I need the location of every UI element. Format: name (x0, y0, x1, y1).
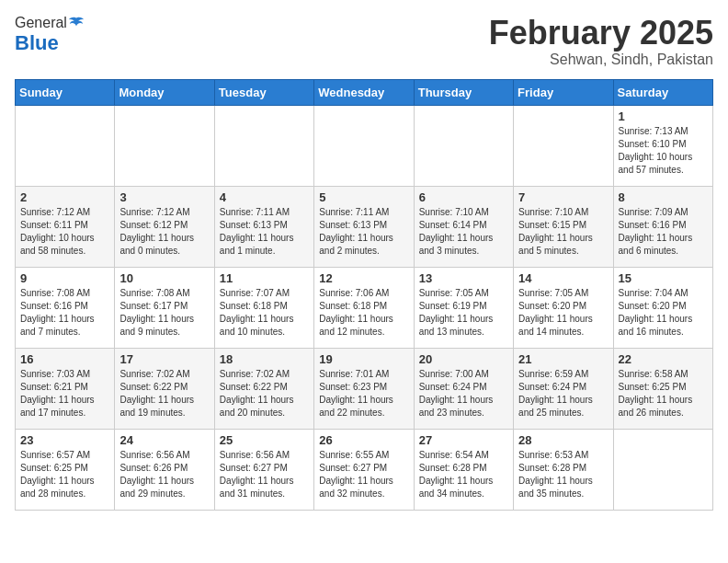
calendar-cell: 17Sunrise: 7:02 AM Sunset: 6:22 PM Dayli… (115, 348, 214, 429)
day-info: Sunrise: 7:10 AM Sunset: 6:14 PM Dayligh… (419, 206, 508, 258)
calendar-row-0: 1Sunrise: 7:13 AM Sunset: 6:10 PM Daylig… (16, 105, 713, 186)
day-info: Sunrise: 7:13 AM Sunset: 6:10 PM Dayligh… (619, 125, 708, 177)
day-info: Sunrise: 7:10 AM Sunset: 6:15 PM Dayligh… (518, 206, 608, 258)
calendar-cell: 16Sunrise: 7:03 AM Sunset: 6:21 PM Dayli… (16, 348, 115, 429)
day-number: 19 (319, 352, 408, 366)
day-number: 17 (119, 352, 209, 366)
weekday-header-friday: Friday (514, 79, 613, 105)
day-info: Sunrise: 6:57 AM Sunset: 6:25 PM Dayligh… (20, 449, 109, 500)
title-block: February 2025 Sehwan, Sindh, Pakistan (489, 15, 713, 68)
calendar-cell: 21Sunrise: 6:59 AM Sunset: 6:24 PM Dayli… (514, 348, 613, 429)
calendar-cell: 7Sunrise: 7:10 AM Sunset: 6:15 PM Daylig… (514, 186, 613, 267)
logo: General Blue (15, 15, 85, 55)
calendar-cell: 25Sunrise: 6:56 AM Sunset: 6:27 PM Dayli… (214, 429, 313, 510)
day-number: 12 (319, 271, 408, 285)
day-info: Sunrise: 6:53 AM Sunset: 6:28 PM Dayligh… (518, 449, 608, 500)
calendar-cell (16, 105, 115, 186)
day-info: Sunrise: 7:03 AM Sunset: 6:21 PM Dayligh… (20, 368, 109, 419)
day-number: 4 (220, 190, 309, 204)
calendar-cell: 27Sunrise: 6:54 AM Sunset: 6:28 PM Dayli… (414, 429, 513, 510)
calendar-cell (514, 105, 613, 186)
month-title: February 2025 (489, 15, 713, 52)
day-number: 10 (119, 271, 209, 285)
calendar-cell: 8Sunrise: 7:09 AM Sunset: 6:16 PM Daylig… (613, 186, 712, 267)
calendar-cell: 6Sunrise: 7:10 AM Sunset: 6:14 PM Daylig… (414, 186, 513, 267)
day-info: Sunrise: 7:11 AM Sunset: 6:13 PM Dayligh… (220, 206, 309, 258)
day-info: Sunrise: 7:02 AM Sunset: 6:22 PM Dayligh… (119, 368, 209, 419)
calendar-cell (414, 105, 513, 186)
calendar-row-3: 16Sunrise: 7:03 AM Sunset: 6:21 PM Dayli… (16, 348, 713, 429)
day-number: 15 (619, 271, 708, 285)
logo-general-text: General (15, 15, 67, 31)
day-info: Sunrise: 6:55 AM Sunset: 6:27 PM Dayligh… (319, 449, 408, 500)
day-info: Sunrise: 7:09 AM Sunset: 6:16 PM Dayligh… (619, 206, 708, 258)
day-info: Sunrise: 7:11 AM Sunset: 6:13 PM Dayligh… (319, 206, 408, 258)
day-info: Sunrise: 6:56 AM Sunset: 6:27 PM Dayligh… (220, 449, 309, 500)
calendar-cell: 28Sunrise: 6:53 AM Sunset: 6:28 PM Dayli… (514, 429, 613, 510)
calendar-row-4: 23Sunrise: 6:57 AM Sunset: 6:25 PM Dayli… (16, 429, 713, 510)
calendar-cell (214, 105, 313, 186)
calendar-cell (314, 105, 414, 186)
day-number: 27 (419, 433, 508, 447)
calendar-table: SundayMondayTuesdayWednesdayThursdayFrid… (15, 79, 713, 511)
weekday-header-wednesday: Wednesday (314, 79, 414, 105)
calendar-cell (115, 105, 214, 186)
calendar-cell: 10Sunrise: 7:08 AM Sunset: 6:17 PM Dayli… (115, 267, 214, 348)
day-number: 6 (419, 190, 508, 204)
day-info: Sunrise: 6:56 AM Sunset: 6:26 PM Dayligh… (119, 449, 209, 500)
day-info: Sunrise: 6:59 AM Sunset: 6:24 PM Dayligh… (518, 368, 608, 419)
calendar-cell: 12Sunrise: 7:06 AM Sunset: 6:18 PM Dayli… (314, 267, 414, 348)
calendar-cell (613, 429, 712, 510)
calendar-cell: 26Sunrise: 6:55 AM Sunset: 6:27 PM Dayli… (314, 429, 414, 510)
day-info: Sunrise: 6:54 AM Sunset: 6:28 PM Dayligh… (419, 449, 508, 500)
day-number: 2 (20, 190, 109, 204)
day-info: Sunrise: 7:12 AM Sunset: 6:11 PM Dayligh… (20, 206, 109, 258)
day-number: 16 (20, 352, 109, 366)
day-info: Sunrise: 7:07 AM Sunset: 6:18 PM Dayligh… (220, 287, 309, 339)
day-info: Sunrise: 7:04 AM Sunset: 6:20 PM Dayligh… (619, 287, 708, 339)
calendar-row-1: 2Sunrise: 7:12 AM Sunset: 6:11 PM Daylig… (16, 186, 713, 267)
day-info: Sunrise: 7:00 AM Sunset: 6:24 PM Dayligh… (419, 368, 508, 419)
day-number: 18 (220, 352, 309, 366)
day-number: 14 (518, 271, 608, 285)
calendar-cell: 23Sunrise: 6:57 AM Sunset: 6:25 PM Dayli… (16, 429, 115, 510)
day-number: 28 (518, 433, 608, 447)
day-info: Sunrise: 7:02 AM Sunset: 6:22 PM Dayligh… (220, 368, 309, 419)
calendar-cell: 11Sunrise: 7:07 AM Sunset: 6:18 PM Dayli… (214, 267, 313, 348)
day-number: 20 (419, 352, 508, 366)
day-info: Sunrise: 7:05 AM Sunset: 6:19 PM Dayligh… (419, 287, 508, 339)
day-info: Sunrise: 7:05 AM Sunset: 6:20 PM Dayligh… (518, 287, 608, 339)
day-number: 8 (619, 190, 708, 204)
weekday-header-sunday: Sunday (16, 79, 115, 105)
day-number: 24 (119, 433, 209, 447)
page-header: General Blue February 2025 Sehwan, Sindh… (15, 15, 713, 68)
weekday-header-saturday: Saturday (613, 79, 712, 105)
day-number: 23 (20, 433, 109, 447)
calendar-cell: 3Sunrise: 7:12 AM Sunset: 6:12 PM Daylig… (115, 186, 214, 267)
calendar-cell: 13Sunrise: 7:05 AM Sunset: 6:19 PM Dayli… (414, 267, 513, 348)
location-subtitle: Sehwan, Sindh, Pakistan (489, 52, 713, 68)
weekday-header-row: SundayMondayTuesdayWednesdayThursdayFrid… (16, 79, 713, 105)
calendar-cell: 24Sunrise: 6:56 AM Sunset: 6:26 PM Dayli… (115, 429, 214, 510)
weekday-header-monday: Monday (115, 79, 214, 105)
day-info: Sunrise: 7:08 AM Sunset: 6:16 PM Dayligh… (20, 287, 109, 339)
day-number: 1 (619, 109, 708, 123)
calendar-row-2: 9Sunrise: 7:08 AM Sunset: 6:16 PM Daylig… (16, 267, 713, 348)
day-number: 25 (220, 433, 309, 447)
day-number: 26 (319, 433, 408, 447)
calendar-cell: 22Sunrise: 6:58 AM Sunset: 6:25 PM Dayli… (613, 348, 712, 429)
day-number: 21 (518, 352, 608, 366)
calendar-cell: 1Sunrise: 7:13 AM Sunset: 6:10 PM Daylig… (613, 105, 712, 186)
calendar-cell: 2Sunrise: 7:12 AM Sunset: 6:11 PM Daylig… (16, 186, 115, 267)
day-info: Sunrise: 7:08 AM Sunset: 6:17 PM Dayligh… (119, 287, 209, 339)
day-info: Sunrise: 7:12 AM Sunset: 6:12 PM Dayligh… (119, 206, 209, 258)
day-info: Sunrise: 7:06 AM Sunset: 6:18 PM Dayligh… (319, 287, 408, 339)
weekday-header-tuesday: Tuesday (214, 79, 313, 105)
calendar-cell: 18Sunrise: 7:02 AM Sunset: 6:22 PM Dayli… (214, 348, 313, 429)
calendar-cell: 19Sunrise: 7:01 AM Sunset: 6:23 PM Dayli… (314, 348, 414, 429)
day-number: 22 (619, 352, 708, 366)
calendar-cell: 20Sunrise: 7:00 AM Sunset: 6:24 PM Dayli… (414, 348, 513, 429)
logo-blue-text: Blue (15, 31, 85, 55)
day-number: 11 (220, 271, 309, 285)
calendar-cell: 15Sunrise: 7:04 AM Sunset: 6:20 PM Dayli… (613, 267, 712, 348)
